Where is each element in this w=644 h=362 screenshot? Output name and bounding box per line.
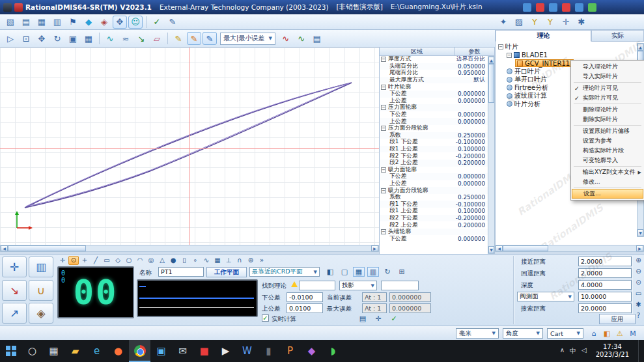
help-icon[interactable]: ? [634, 311, 643, 320]
collapse-icon[interactable]: − [498, 44, 503, 49]
tree-hscrollbar[interactable]: ◀ ▶ [495, 245, 644, 252]
construct-icon[interactable]: ⊕ [245, 256, 256, 265]
context-menu-item[interactable]: 输出XYZ到文本文件▶ [572, 167, 643, 177]
start-button[interactable] [0, 340, 21, 362]
arc-icon[interactable]: ◠ [135, 256, 145, 265]
report-icon[interactable]: ▦ [35, 16, 49, 29]
gauge-icon[interactable]: ◈ [29, 303, 53, 324]
collapse-icon[interactable]: − [381, 126, 386, 131]
tab-actual[interactable]: 实际 [591, 30, 644, 42]
title-tray-icon-4[interactable] [562, 3, 570, 12]
line-icon[interactable]: ╱ [91, 256, 101, 265]
more-icon[interactable]: » [257, 256, 267, 265]
funnel-y-icon[interactable]: Y [527, 16, 542, 29]
scroll-down-icon[interactable]: ▼ [637, 229, 643, 236]
collapse-icon[interactable]: − [381, 57, 386, 62]
probe-mode-icon[interactable]: ✛ [57, 256, 68, 265]
funnel-y2-icon[interactable]: Y [543, 16, 557, 29]
project-icon[interactable]: ⊥ [223, 256, 234, 265]
wave-green-icon[interactable]: ∿ [294, 32, 309, 45]
context-menu-item[interactable]: 设置... [572, 189, 643, 199]
graphics-viewport[interactable] [0, 48, 379, 245]
scroll-right-icon[interactable]: ▶ [371, 245, 378, 251]
angle-dropdown[interactable]: 角度 ▼ [503, 328, 543, 339]
slot-icon[interactable]: ◇ [113, 256, 123, 265]
context-menu-item[interactable]: 导入理论叶片 [572, 62, 643, 72]
context-menu-item[interactable]: 设置原始叶片偏移 [572, 126, 643, 136]
tree-item[interactable]: −BLADE1 [496, 51, 637, 60]
scroll-right-icon[interactable]: ▶ [636, 245, 643, 251]
settings-gear-icon[interactable]: ✱ [634, 299, 643, 309]
scroll-down-icon[interactable]: ▼ [488, 246, 494, 253]
title-tray-icon-2[interactable] [536, 3, 544, 12]
context-menu-item[interactable]: 删除理论叶片 [572, 105, 643, 115]
title-tray-icon-6[interactable] [588, 3, 596, 12]
note-icon[interactable]: ▤ [357, 314, 369, 324]
chat-icon[interactable]: ◗ [322, 340, 344, 362]
store-icon[interactable]: ▣ [150, 340, 172, 362]
flag-icon[interactable]: ⚑ [66, 16, 80, 29]
section-tool-icon[interactable]: ▱ [150, 32, 164, 45]
probe-readout-icon[interactable]: ◧ [324, 267, 336, 277]
pencil-blue-icon[interactable]: ✎ [203, 32, 217, 45]
error-mode-dropdown[interactable]: 最大|最小误差▼ [220, 33, 275, 45]
param-vscrollbar[interactable]: ▲ ▼ [488, 56, 495, 254]
collapse-icon[interactable]: − [507, 53, 512, 58]
context-menu-item[interactable]: 删除实际叶片 [572, 115, 643, 124]
title-tray-icon-1[interactable] [523, 3, 531, 12]
powerpoint-icon[interactable]: P [279, 340, 301, 362]
media-icon[interactable]: ▶ [215, 340, 236, 362]
tree-item[interactable]: −叶片 [496, 43, 637, 51]
probe-small-icon[interactable]: ✛ [372, 314, 384, 324]
context-menu-item[interactable]: 导入实际叶片 [572, 72, 643, 81]
scroll-track[interactable] [548, 245, 636, 251]
task-view-icon[interactable]: ▦ [43, 340, 64, 362]
viewport-hscrollbar[interactable]: ◀ ▶ [0, 245, 379, 252]
table-icon[interactable]: ▥ [50, 16, 64, 29]
scan-value-input[interactable]: 10.0000 [578, 292, 632, 301]
tools-icon[interactable]: ✛ [559, 16, 573, 29]
surface-icon[interactable]: ▦ [212, 256, 223, 265]
mail-icon[interactable]: ✉ [172, 340, 193, 362]
pan-hand-icon[interactable]: ✥ [35, 32, 49, 45]
circle-icon[interactable]: ○ [124, 256, 134, 265]
probe-icon[interactable]: ✛ [2, 257, 27, 277]
curve-tool-icon[interactable]: ∿ [103, 32, 117, 45]
feature-name-input[interactable]: PT1 [158, 267, 204, 277]
config-icon[interactable]: ✱ [574, 16, 589, 29]
title-tray-icon-5[interactable] [575, 3, 583, 12]
smooth-curve-icon[interactable]: ≈ [119, 32, 133, 45]
realtime-checkbox[interactable]: ✓ [262, 314, 269, 322]
vs-icon[interactable]: ◆ [301, 340, 322, 362]
camera-icon[interactable]: ▢ [339, 267, 350, 277]
rotate-view-icon[interactable]: ↻ [50, 32, 64, 45]
probe-build-icon[interactable]: ✦ [496, 16, 511, 29]
scroll-thumb[interactable] [488, 64, 494, 103]
edit-plan-icon[interactable]: ✎ [165, 16, 180, 29]
ruler-icon[interactable]: ▭ [634, 288, 643, 298]
column-header-region[interactable]: 区域 [380, 48, 455, 55]
projection-dropdown[interactable]: 投影 ▼ [339, 281, 377, 290]
title-tray-icon-3[interactable] [549, 3, 557, 12]
grid-toggle2-icon[interactable]: ▥ [367, 267, 379, 277]
scroll-up-icon[interactable]: ▲ [488, 57, 494, 64]
collapse-icon[interactable]: − [381, 105, 386, 110]
search-icon[interactable]: ○ [21, 340, 43, 362]
scroll-thumb[interactable] [8, 245, 86, 251]
view-eye-icon[interactable]: ☺ [128, 16, 143, 29]
scan-value-input[interactable]: 20.0000 [578, 303, 632, 313]
scroll-left-icon[interactable]: ◀ [1, 245, 8, 251]
grid-toggle-icon[interactable]: ▦ [353, 267, 365, 277]
param-row[interactable]: 下公差0.000000 [380, 235, 488, 242]
tray-up-icon[interactable]: ∧ [560, 346, 565, 355]
title-bar[interactable]: RationalDMIS64-SR(TM) V2023.1 External-A… [0, 0, 644, 14]
scan-value-input[interactable]: 2.0000 [578, 268, 632, 278]
torus-icon[interactable]: ∘ [190, 256, 201, 265]
coord-system-dropdown[interactable]: Cart ▼ [547, 328, 583, 339]
clamp-icon[interactable]: ∪ [29, 280, 53, 301]
tray-ime-icon[interactable]: 中 [570, 346, 576, 355]
terminal-icon[interactable]: ▮ [258, 340, 279, 362]
collapse-icon[interactable]: − [381, 167, 386, 173]
wave-red-icon[interactable]: ∿ [279, 32, 293, 45]
upper-tolerance-input[interactable]: 0.0100 [287, 303, 323, 313]
